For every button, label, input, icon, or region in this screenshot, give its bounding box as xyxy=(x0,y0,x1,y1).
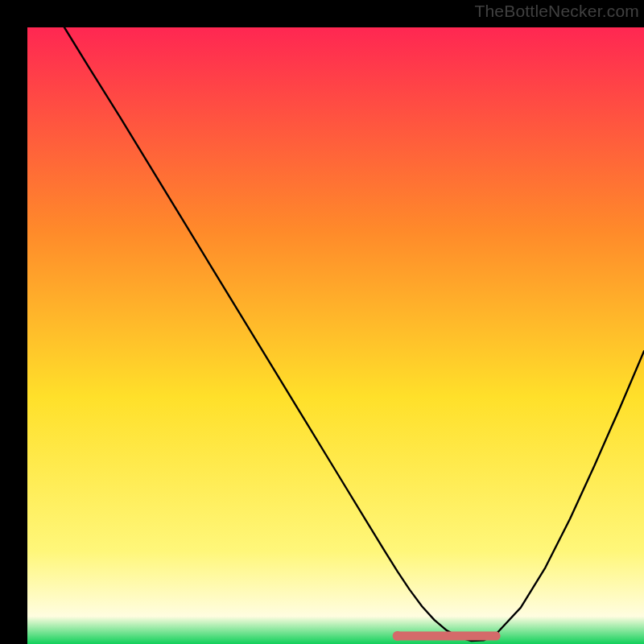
bottleneck-chart xyxy=(27,27,644,644)
gradient-background xyxy=(27,27,644,644)
flat-segment-left-dot xyxy=(393,631,402,641)
watermark-text: TheBottleNecker.com xyxy=(474,2,639,21)
flat-segment-right-dot xyxy=(492,632,500,640)
chart-frame xyxy=(14,14,630,630)
